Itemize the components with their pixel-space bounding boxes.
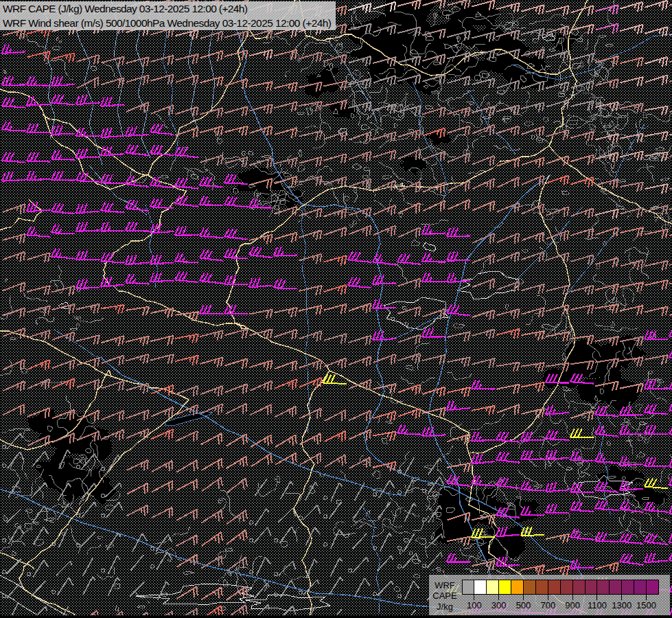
- svg-text:WRF CAPE (J/kg) Wednesday 03-1: WRF CAPE (J/kg) Wednesday 03-12-2025 12:…: [3, 3, 248, 14]
- svg-text:1300: 1300: [612, 600, 632, 610]
- svg-text:700: 700: [540, 600, 555, 610]
- svg-text:1100: 1100: [588, 600, 607, 610]
- svg-text:J/kg: J/kg: [437, 602, 453, 612]
- svg-text:CAPE: CAPE: [432, 591, 457, 601]
- svg-text:WRF Wind shear (m/s) 500/1000h: WRF Wind shear (m/s) 500/1000hPa Wednesd…: [3, 17, 332, 29]
- svg-text:300: 300: [491, 600, 507, 610]
- svg-text:WRF: WRF: [435, 580, 455, 591]
- svg-text:1500: 1500: [636, 600, 656, 610]
- svg-text:100: 100: [467, 600, 482, 610]
- svg-text:900: 900: [565, 600, 580, 610]
- svg-text:500: 500: [516, 600, 531, 610]
